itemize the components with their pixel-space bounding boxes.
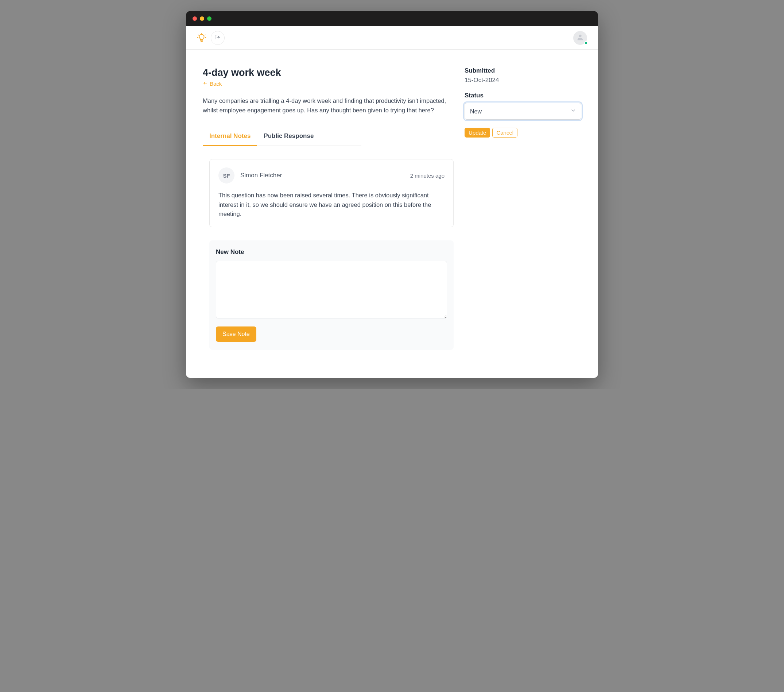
back-label: Back bbox=[210, 81, 222, 87]
titlebar bbox=[186, 11, 598, 26]
svg-line-2 bbox=[205, 35, 205, 35]
tab-public-response[interactable]: Public Response bbox=[257, 129, 320, 146]
status-label: Status bbox=[464, 92, 581, 99]
note-avatar: SF bbox=[218, 167, 234, 183]
status-select-wrap: New bbox=[464, 103, 581, 120]
lightbulb-icon bbox=[197, 33, 206, 43]
arrow-left-icon bbox=[203, 81, 208, 87]
user-icon bbox=[576, 33, 584, 43]
page-title: 4-day work week bbox=[203, 67, 454, 78]
side-column: Submitted 15-Oct-2024 Status New Update … bbox=[464, 67, 581, 356]
tab-internal-notes[interactable]: Internal Notes bbox=[203, 129, 257, 146]
description: Many companies are trialling a 4-day wor… bbox=[203, 96, 454, 115]
submitted-label: Submitted bbox=[464, 67, 581, 74]
presence-indicator bbox=[584, 41, 588, 45]
content: 4-day work week Back Many companies are … bbox=[186, 50, 598, 378]
new-note-panel: New Note Save Note bbox=[209, 240, 454, 350]
new-note-textarea[interactable] bbox=[216, 261, 447, 319]
back-link[interactable]: Back bbox=[203, 81, 222, 87]
topbar-left bbox=[197, 31, 225, 45]
note-card: SF Simon Fletcher 2 minutes ago This que… bbox=[209, 159, 454, 227]
tabs: Internal Notes Public Response bbox=[203, 129, 361, 146]
note-header: SF Simon Fletcher 2 minutes ago bbox=[218, 167, 445, 183]
note-body: This question has now been raised severa… bbox=[218, 191, 445, 219]
sidebar-expand-button[interactable] bbox=[211, 31, 225, 45]
submitted-value: 15-Oct-2024 bbox=[464, 77, 581, 84]
update-button[interactable]: Update bbox=[464, 128, 490, 137]
main-column: 4-day work week Back Many companies are … bbox=[203, 67, 454, 356]
note-author: Simon Fletcher bbox=[240, 172, 410, 179]
window-minimize-button[interactable] bbox=[200, 17, 204, 21]
cancel-button[interactable]: Cancel bbox=[492, 128, 517, 137]
window-maximize-button[interactable] bbox=[207, 17, 211, 21]
status-select[interactable]: New bbox=[464, 103, 581, 120]
svg-line-1 bbox=[198, 35, 198, 35]
save-note-button[interactable]: Save Note bbox=[216, 327, 256, 342]
note-timestamp: 2 minutes ago bbox=[410, 173, 445, 179]
app-window: 4-day work week Back Many companies are … bbox=[186, 11, 598, 378]
user-menu[interactable] bbox=[573, 31, 587, 45]
expand-right-icon bbox=[215, 34, 221, 41]
topbar bbox=[186, 26, 598, 50]
new-note-label: New Note bbox=[216, 248, 447, 256]
window-close-button[interactable] bbox=[193, 17, 197, 21]
svg-point-7 bbox=[579, 34, 581, 37]
side-actions: Update Cancel bbox=[464, 128, 581, 137]
